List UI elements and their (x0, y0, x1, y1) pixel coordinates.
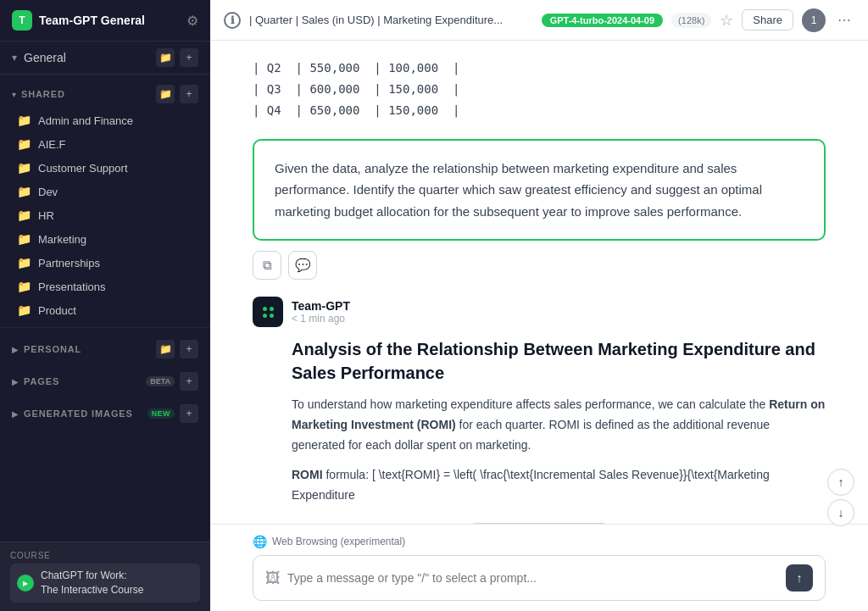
sidebar-title: Team-GPT General (39, 14, 180, 27)
folder-item-admin[interactable]: 📁 Admin and Finance (5, 108, 205, 132)
romi-formula: formula: [ \text{ROMI} = \left( \frac{\t… (292, 468, 770, 502)
folder-label: HR (38, 209, 54, 222)
chevron-right-icon: ▶ (12, 409, 19, 419)
personal-actions: 📁 + (156, 340, 198, 358)
shared-label: SHARED (21, 89, 151, 99)
add-general-button[interactable]: + (180, 48, 198, 67)
comment-icon: 💬 (295, 258, 311, 273)
response-author: Team-GPT (292, 299, 350, 313)
prompt-container: Given the data, analyze the relationship… (253, 139, 826, 281)
folder-item-dev[interactable]: 📁 Dev (5, 180, 205, 203)
table-row: | Q4 | 650,000 | 150,000 | (253, 100, 826, 121)
folder-label: Product (38, 304, 76, 317)
input-row: 🖼 ↑ (253, 555, 826, 601)
image-attach-icon[interactable]: 🖼 (265, 569, 281, 587)
sidebar-header: T Team-GPT General ⚙ (0, 0, 210, 42)
folder-label: AIE.F (38, 138, 66, 151)
app-icon: T (12, 10, 32, 31)
add-pages-button[interactable]: + (180, 372, 198, 391)
model-badge: GPT-4-turbo-2024-04-09 (542, 14, 663, 27)
table-row: | Q2 | 550,000 | 100,000 | (253, 58, 826, 79)
share-button[interactable]: Share (742, 9, 793, 31)
response-header: Team-GPT < 1 min ago (253, 297, 826, 327)
personal-section[interactable]: ▶ PERSONAL 📁 + (0, 333, 210, 365)
main-content: ℹ | Quarter | Sales (in USD) | Marketing… (210, 0, 868, 611)
folder-item-marketing[interactable]: 📁 Marketing (5, 227, 205, 251)
web-browsing-label: Web Browsing (experimental) (272, 536, 405, 547)
folder-item-hr[interactable]: 📁 HR (5, 203, 205, 227)
pages-label: PAGES (24, 376, 141, 386)
scroll-up-button[interactable]: ↑ (827, 469, 854, 496)
folder-label: Presentations (38, 281, 106, 293)
folder-label: Admin and Finance (38, 114, 133, 127)
general-actions: 📁 + (156, 48, 198, 67)
topbar: ℹ | Quarter | Sales (in USD) | Marketing… (210, 0, 868, 41)
add-shared-button[interactable]: + (180, 85, 198, 103)
course-title: ChatGPT for Work:The Interactive Course (41, 569, 143, 597)
send-icon: ↑ (797, 571, 803, 585)
course-section: COURSE ▶ ChatGPT for Work:The Interactiv… (0, 542, 210, 611)
chevron-right-icon: ▶ (12, 377, 19, 386)
response-body-text1: To understand how marketing expenditure … (292, 397, 769, 411)
sidebar: T Team-GPT General ⚙ ▾ General 📁 + ▾ SHA… (0, 0, 210, 611)
star-icon[interactable]: ☆ (720, 11, 733, 30)
prompt-box: Given the data, analyze the relationship… (253, 139, 826, 242)
response-title: Analysis of the Relationship Between Mar… (292, 337, 826, 385)
divider (0, 327, 210, 328)
dot (270, 307, 274, 311)
dot (270, 314, 274, 318)
more-icon[interactable]: ⋯ (834, 8, 854, 31)
gear-icon[interactable]: ⚙ (186, 13, 198, 29)
dot (263, 314, 267, 318)
globe-icon: 🌐 (253, 535, 267, 548)
folder-label: Dev (38, 186, 58, 198)
add-personal-button[interactable]: + (180, 340, 198, 358)
response-formula: ROMI formula: [ \text{ROMI} = \left( \fr… (292, 465, 826, 506)
folder-item-product[interactable]: 📁 Product (5, 298, 205, 322)
topbar-title: | Quarter | Sales (in USD) | Marketing E… (249, 14, 533, 26)
beta-badge: BETA (146, 376, 175, 386)
general-row: ▾ General 📁 + (0, 42, 210, 75)
prompt-text: Given the data, analyze the relationship… (275, 161, 762, 219)
model-info: (128k) (671, 13, 711, 28)
shared-actions: 📁 + (156, 85, 198, 103)
folder-item-customer-support[interactable]: 📁 Customer Support (5, 156, 205, 180)
folder-item-aief[interactable]: 📁 AIE.F (5, 132, 205, 156)
personal-label: PERSONAL (24, 344, 151, 354)
general-label: General (24, 51, 149, 64)
comment-button[interactable]: 💬 (288, 251, 317, 280)
copy-icon: ⧉ (263, 258, 272, 273)
main-wrapper: ℹ | Quarter | Sales (in USD) | Marketing… (210, 0, 868, 611)
avatar-dots (263, 307, 274, 318)
response-avatar (253, 297, 283, 327)
generated-images-label: GENERATED IMAGES (24, 408, 142, 419)
course-item[interactable]: ▶ ChatGPT for Work:The Interactive Cours… (10, 564, 200, 603)
new-personal-folder-button[interactable]: 📁 (156, 340, 175, 358)
avatar[interactable]: 1 (802, 8, 826, 32)
scroll-down-button[interactable]: ↓ (827, 499, 854, 526)
folder-label: Customer Support (38, 162, 128, 175)
add-images-button[interactable]: + (180, 404, 198, 423)
pages-section[interactable]: ▶ PAGES BETA + (0, 365, 210, 397)
send-button[interactable]: ↑ (786, 564, 813, 592)
dot (263, 307, 267, 311)
generated-images-section[interactable]: ▶ GENERATED IMAGES NEW + (0, 397, 210, 430)
response-meta: Team-GPT < 1 min ago (292, 299, 350, 325)
share-label: Share (753, 14, 782, 26)
folder-label: Marketing (38, 233, 86, 246)
folder-item-presentations[interactable]: 📁 Presentations (5, 275, 205, 298)
new-folder-button[interactable]: 📁 (156, 48, 175, 67)
scroll-buttons: ↑ ↓ (827, 469, 854, 526)
copy-button[interactable]: ⧉ (253, 251, 281, 280)
web-browsing-row: 🌐 Web Browsing (experimental) (253, 535, 826, 548)
folder-item-partnerships[interactable]: 📁 Partnerships (5, 251, 205, 275)
chat-input[interactable] (287, 571, 779, 585)
response-time: < 1 min ago (292, 313, 350, 325)
prompt-actions: ⧉ 💬 (253, 251, 826, 280)
info-icon[interactable]: ℹ (224, 12, 241, 29)
chat-area[interactable]: | Q2 | 550,000 | 100,000 | | Q3 | 600,00… (210, 41, 868, 524)
play-icon: ▶ (17, 575, 34, 592)
new-shared-folder-button[interactable]: 📁 (156, 85, 175, 103)
table-row: | Q3 | 600,000 | 150,000 | (253, 79, 826, 100)
table-section: | Q2 | 550,000 | 100,000 | | Q3 | 600,00… (253, 58, 826, 122)
